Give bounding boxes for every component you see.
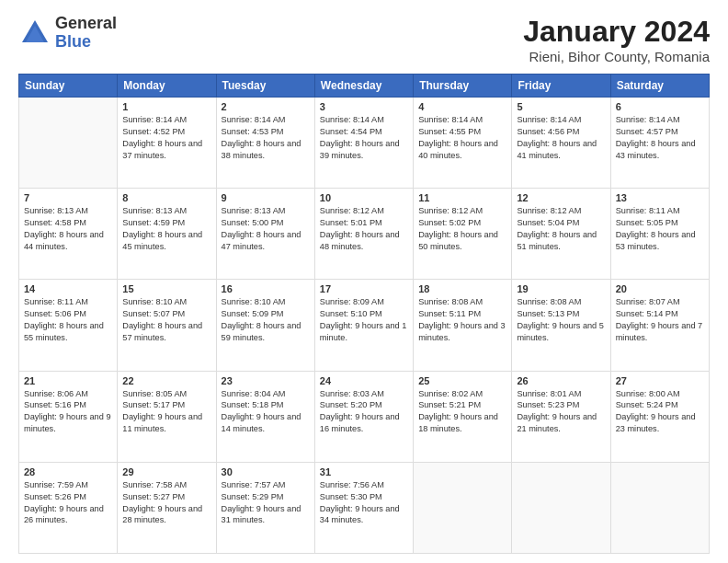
day-info: Sunrise: 8:13 AMSunset: 4:59 PMDaylight:… <box>122 205 210 253</box>
day-info: Sunrise: 7:58 AMSunset: 5:27 PMDaylight:… <box>122 479 210 527</box>
week-row-2: 7Sunrise: 8:13 AMSunset: 4:58 PMDaylight… <box>19 189 710 280</box>
calendar-cell: 23Sunrise: 8:04 AMSunset: 5:18 PMDayligh… <box>216 371 314 462</box>
day-number: 17 <box>320 283 408 294</box>
calendar-cell: 28Sunrise: 7:59 AMSunset: 5:26 PMDayligh… <box>19 462 118 553</box>
calendar-cell: 16Sunrise: 8:10 AMSunset: 5:09 PMDayligh… <box>216 280 314 371</box>
calendar-cell: 22Sunrise: 8:05 AMSunset: 5:17 PMDayligh… <box>118 371 216 462</box>
calendar-cell: 1Sunrise: 8:14 AMSunset: 4:52 PMDaylight… <box>118 98 216 189</box>
day-number: 28 <box>24 466 112 477</box>
day-number: 27 <box>616 375 704 386</box>
day-number: 22 <box>122 375 210 386</box>
day-info: Sunrise: 8:07 AMSunset: 5:14 PMDaylight:… <box>616 296 704 344</box>
day-info: Sunrise: 8:14 AMSunset: 4:56 PMDaylight:… <box>517 114 605 162</box>
day-number: 15 <box>122 283 210 294</box>
calendar: SundayMondayTuesdayWednesdayThursdayFrid… <box>18 74 710 554</box>
logo: General Blue <box>18 15 117 52</box>
page: General Blue January 2024 Rieni, Bihor C… <box>0 0 728 563</box>
calendar-cell: 25Sunrise: 8:02 AMSunset: 5:21 PMDayligh… <box>414 371 512 462</box>
day-number: 10 <box>320 192 408 203</box>
logo-icon <box>18 17 51 50</box>
calendar-cell: 5Sunrise: 8:14 AMSunset: 4:56 PMDaylight… <box>512 98 610 189</box>
month-title: January 2024 <box>523 15 710 49</box>
day-info: Sunrise: 8:03 AMSunset: 5:20 PMDaylight:… <box>320 388 408 436</box>
day-info: Sunrise: 8:14 AMSunset: 4:53 PMDaylight:… <box>222 114 310 162</box>
calendar-cell: 11Sunrise: 8:12 AMSunset: 5:02 PMDayligh… <box>414 189 512 280</box>
logo-general: General <box>55 15 117 33</box>
location: Rieni, Bihor County, Romania <box>523 49 710 64</box>
calendar-cell: 19Sunrise: 8:08 AMSunset: 5:13 PMDayligh… <box>512 280 610 371</box>
day-info: Sunrise: 8:04 AMSunset: 5:18 PMDaylight:… <box>222 388 310 436</box>
day-info: Sunrise: 8:10 AMSunset: 5:07 PMDaylight:… <box>122 296 210 344</box>
calendar-cell: 26Sunrise: 8:01 AMSunset: 5:23 PMDayligh… <box>512 371 610 462</box>
day-number: 11 <box>418 192 506 203</box>
calendar-cell: 9Sunrise: 8:13 AMSunset: 5:00 PMDaylight… <box>216 189 314 280</box>
day-info: Sunrise: 8:08 AMSunset: 5:11 PMDaylight:… <box>418 296 506 344</box>
day-number: 24 <box>320 375 408 386</box>
day-number: 14 <box>24 283 112 294</box>
day-number: 30 <box>222 466 310 477</box>
day-number: 1 <box>122 101 210 112</box>
calendar-cell: 13Sunrise: 8:11 AMSunset: 5:05 PMDayligh… <box>610 189 709 280</box>
day-info: Sunrise: 8:08 AMSunset: 5:13 PMDaylight:… <box>517 296 605 344</box>
calendar-cell: 15Sunrise: 8:10 AMSunset: 5:07 PMDayligh… <box>118 280 216 371</box>
calendar-cell: 7Sunrise: 8:13 AMSunset: 4:58 PMDaylight… <box>19 189 118 280</box>
weekday-header-monday: Monday <box>118 75 216 98</box>
day-number: 2 <box>222 101 310 112</box>
calendar-cell: 27Sunrise: 8:00 AMSunset: 5:24 PMDayligh… <box>610 371 709 462</box>
calendar-cell: 31Sunrise: 7:56 AMSunset: 5:30 PMDayligh… <box>314 462 413 553</box>
calendar-cell <box>19 98 118 189</box>
day-info: Sunrise: 8:11 AMSunset: 5:06 PMDaylight:… <box>24 296 112 344</box>
calendar-cell: 8Sunrise: 8:13 AMSunset: 4:59 PMDaylight… <box>118 189 216 280</box>
calendar-cell <box>610 462 709 553</box>
calendar-cell: 24Sunrise: 8:03 AMSunset: 5:20 PMDayligh… <box>314 371 413 462</box>
day-number: 13 <box>616 192 704 203</box>
logo-blue: Blue <box>55 33 117 52</box>
day-number: 6 <box>616 101 704 112</box>
day-info: Sunrise: 7:57 AMSunset: 5:29 PMDaylight:… <box>222 479 310 527</box>
calendar-cell: 17Sunrise: 8:09 AMSunset: 5:10 PMDayligh… <box>314 280 413 371</box>
week-row-3: 14Sunrise: 8:11 AMSunset: 5:06 PMDayligh… <box>19 280 710 371</box>
day-number: 25 <box>418 375 506 386</box>
day-info: Sunrise: 8:14 AMSunset: 4:52 PMDaylight:… <box>122 114 210 162</box>
day-info: Sunrise: 8:13 AMSunset: 5:00 PMDaylight:… <box>222 205 310 253</box>
day-number: 4 <box>418 101 506 112</box>
calendar-cell: 29Sunrise: 7:58 AMSunset: 5:27 PMDayligh… <box>118 462 216 553</box>
weekday-header-tuesday: Tuesday <box>216 75 314 98</box>
calendar-cell: 21Sunrise: 8:06 AMSunset: 5:16 PMDayligh… <box>19 371 118 462</box>
day-number: 9 <box>222 192 310 203</box>
day-number: 8 <box>122 192 210 203</box>
day-info: Sunrise: 8:12 AMSunset: 5:02 PMDaylight:… <box>418 205 506 253</box>
week-row-1: 1Sunrise: 8:14 AMSunset: 4:52 PMDaylight… <box>19 98 710 189</box>
calendar-cell <box>512 462 610 553</box>
weekday-header-wednesday: Wednesday <box>314 75 413 98</box>
calendar-cell: 30Sunrise: 7:57 AMSunset: 5:29 PMDayligh… <box>216 462 314 553</box>
day-number: 29 <box>122 466 210 477</box>
day-info: Sunrise: 7:59 AMSunset: 5:26 PMDaylight:… <box>24 479 112 527</box>
day-info: Sunrise: 8:02 AMSunset: 5:21 PMDaylight:… <box>418 388 506 436</box>
day-number: 7 <box>24 192 112 203</box>
day-number: 26 <box>517 375 605 386</box>
weekday-header-thursday: Thursday <box>414 75 512 98</box>
title-section: January 2024 Rieni, Bihor County, Romani… <box>523 15 710 64</box>
weekday-header-saturday: Saturday <box>610 75 709 98</box>
day-info: Sunrise: 8:11 AMSunset: 5:05 PMDaylight:… <box>616 205 704 253</box>
logo-text: General Blue <box>55 15 117 52</box>
week-row-5: 28Sunrise: 7:59 AMSunset: 5:26 PMDayligh… <box>19 462 710 553</box>
day-info: Sunrise: 8:14 AMSunset: 4:55 PMDaylight:… <box>418 114 506 162</box>
calendar-cell: 2Sunrise: 8:14 AMSunset: 4:53 PMDaylight… <box>216 98 314 189</box>
day-info: Sunrise: 8:09 AMSunset: 5:10 PMDaylight:… <box>320 296 408 344</box>
day-info: Sunrise: 8:12 AMSunset: 5:04 PMDaylight:… <box>517 205 605 253</box>
calendar-cell: 14Sunrise: 8:11 AMSunset: 5:06 PMDayligh… <box>19 280 118 371</box>
calendar-cell: 20Sunrise: 8:07 AMSunset: 5:14 PMDayligh… <box>610 280 709 371</box>
day-info: Sunrise: 8:12 AMSunset: 5:01 PMDaylight:… <box>320 205 408 253</box>
day-info: Sunrise: 8:00 AMSunset: 5:24 PMDaylight:… <box>616 388 704 436</box>
day-info: Sunrise: 8:13 AMSunset: 4:58 PMDaylight:… <box>24 205 112 253</box>
day-number: 12 <box>517 192 605 203</box>
day-info: Sunrise: 7:56 AMSunset: 5:30 PMDaylight:… <box>320 479 408 527</box>
header: General Blue January 2024 Rieni, Bihor C… <box>18 15 710 64</box>
calendar-cell: 12Sunrise: 8:12 AMSunset: 5:04 PMDayligh… <box>512 189 610 280</box>
week-row-4: 21Sunrise: 8:06 AMSunset: 5:16 PMDayligh… <box>19 371 710 462</box>
day-number: 21 <box>24 375 112 386</box>
calendar-cell <box>414 462 512 553</box>
weekday-header-row: SundayMondayTuesdayWednesdayThursdayFrid… <box>19 75 710 98</box>
